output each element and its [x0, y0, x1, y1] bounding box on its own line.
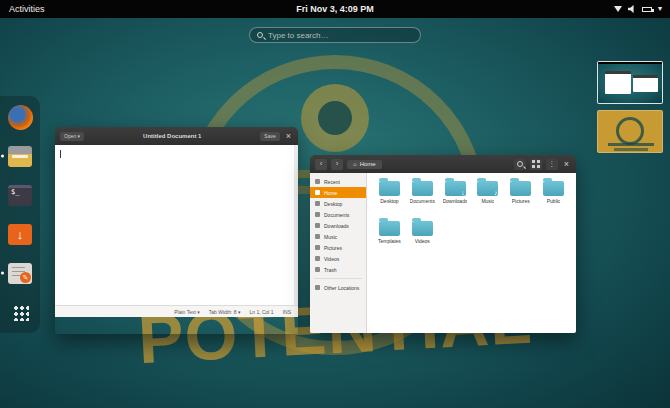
sidebar-item-label: Desktop — [324, 201, 342, 207]
dock-item-terminal[interactable]: $_ — [6, 182, 34, 208]
sidebar-item-label: Recent — [324, 179, 340, 185]
mini-wallpaper-emblem — [616, 117, 644, 145]
mini-wallpaper-bar — [608, 143, 654, 146]
search-icon — [257, 32, 263, 38]
workspace-thumbnail-2[interactable] — [597, 110, 663, 153]
folder-pictures[interactable]: Pictures — [504, 181, 537, 204]
folder-public[interactable]: Public — [537, 181, 570, 204]
folder-icon — [510, 181, 531, 196]
files-folder-grid: Desktop Documents ↓ Downloads ♪ Music Pi… — [367, 173, 576, 333]
sidebar-item-label: Other Locations — [324, 285, 359, 291]
mini-window — [605, 71, 631, 94]
dock-item-software-install[interactable]: ↓ — [6, 221, 34, 247]
search-input[interactable] — [268, 31, 413, 40]
sidebar-item-trash[interactable]: Trash — [310, 264, 366, 275]
cursor-position: Ln 1, Col 1 — [249, 309, 273, 315]
gedit-text-area[interactable] — [55, 145, 298, 305]
desktop-icon — [315, 201, 320, 206]
dock-item-show-applications[interactable] — [6, 299, 34, 325]
sidebar-item-other-locations[interactable]: Other Locations — [310, 282, 366, 293]
back-button[interactable]: ‹ — [315, 159, 327, 170]
close-icon[interactable]: × — [284, 132, 293, 141]
tab-width-selector[interactable]: Tab Width: 8 ▾ — [209, 309, 241, 315]
folder-icon: ↓ — [445, 181, 466, 196]
search-field[interactable] — [249, 27, 421, 43]
sidebar-item-label: Music — [324, 234, 337, 240]
trash-icon — [315, 267, 320, 272]
folder-label: Desktop — [380, 198, 398, 204]
sidebar-item-documents[interactable]: Documents — [310, 209, 366, 220]
view-toggle-button[interactable] — [530, 159, 542, 170]
open-button[interactable]: Open ▾ — [60, 132, 84, 141]
search-icon — [517, 161, 523, 167]
folder-label: Templates — [378, 238, 401, 244]
desktop-overview: POTENTIAL Activities Fri Nov 3, 4:09 PM … — [0, 0, 670, 408]
sidebar-item-videos[interactable]: Videos — [310, 253, 366, 264]
folder-icon — [379, 221, 400, 236]
system-tray[interactable]: ▾ — [614, 5, 670, 13]
sidebar-item-pictures[interactable]: Pictures — [310, 242, 366, 253]
documents-icon — [315, 212, 320, 217]
gedit-headerbar: Open ▾ Untitled Document 1 Save × — [55, 127, 298, 145]
dock-item-text-editor[interactable]: ✎ — [6, 260, 34, 286]
language-selector[interactable]: Plain Text ▾ — [174, 309, 200, 315]
sidebar-item-label: Documents — [324, 212, 349, 218]
close-icon[interactable]: × — [562, 160, 571, 169]
terminal-icon: $_ — [8, 185, 32, 206]
sidebar-item-label: Trash — [324, 267, 337, 273]
workspace-thumbnail-1[interactable] — [597, 61, 663, 104]
breadcrumb-label: Home — [360, 161, 376, 167]
home-icon — [315, 190, 320, 195]
grid-view-icon — [532, 160, 540, 168]
folder-desktop[interactable]: Desktop — [373, 181, 406, 204]
folder-icon: ♪ — [477, 181, 498, 196]
breadcrumb[interactable]: ⌂ Home — [347, 160, 382, 169]
folder-icon — [543, 181, 564, 196]
menu-button[interactable]: ⋮ — [546, 159, 558, 170]
battery-icon — [642, 7, 652, 12]
folder-documents[interactable]: Documents — [406, 181, 439, 204]
folder-label: Pictures — [512, 198, 530, 204]
gedit-window[interactable]: Open ▾ Untitled Document 1 Save × Plain … — [55, 127, 298, 334]
folder-label: Documents — [410, 198, 435, 204]
download-icon: ↓ — [8, 224, 32, 245]
sidebar-item-music[interactable]: Music — [310, 231, 366, 242]
wallpaper-emblem-gear-core — [318, 101, 352, 135]
activities-button[interactable]: Activities — [0, 0, 54, 18]
folder-label: Music — [481, 198, 494, 204]
wallpaper-emblem-gear — [301, 84, 369, 152]
downloads-icon — [315, 223, 320, 228]
files-icon — [8, 146, 32, 167]
dock-item-files[interactable] — [6, 143, 34, 169]
sidebar-item-recent[interactable]: Recent — [310, 176, 366, 187]
dock-item-firefox[interactable] — [6, 104, 34, 130]
dash: $_ ↓ ✎ — [0, 96, 40, 333]
folder-icon — [379, 181, 400, 196]
overwrite-mode[interactable]: INS — [283, 309, 291, 315]
folder-label: Public — [547, 198, 561, 204]
forward-button[interactable]: › — [331, 159, 343, 170]
gedit-statusbar: Plain Text ▾ Tab Width: 8 ▾ Ln 1, Col 1 … — [55, 305, 298, 317]
save-button[interactable]: Save — [260, 132, 279, 141]
top-bar: Activities Fri Nov 3, 4:09 PM ▾ — [0, 0, 670, 18]
folder-downloads[interactable]: ↓ Downloads — [439, 181, 472, 204]
folder-music[interactable]: ♪ Music — [471, 181, 504, 204]
music-icon — [315, 234, 320, 239]
other-locations-icon — [315, 285, 320, 290]
folder-templates[interactable]: Templates — [373, 221, 406, 244]
folder-icon — [412, 221, 433, 236]
sidebar-item-label: Home — [324, 190, 337, 196]
recent-icon — [315, 179, 320, 184]
sidebar-item-desktop[interactable]: Desktop — [310, 198, 366, 209]
sidebar-item-home[interactable]: Home — [310, 187, 366, 198]
folder-videos[interactable]: Videos — [406, 221, 439, 244]
search-button[interactable] — [514, 159, 526, 170]
folder-emblem: ♪ — [494, 189, 498, 196]
gedit-window-title: Untitled Document 1 — [88, 133, 256, 139]
sidebar-item-downloads[interactable]: Downloads — [310, 220, 366, 231]
folder-emblem: ↓ — [461, 189, 465, 196]
folder-label: Downloads — [443, 198, 468, 204]
scrollbar[interactable] — [294, 145, 298, 305]
files-window[interactable]: ‹ › ⌂ Home ⋮ × Recent — [310, 155, 576, 333]
clock[interactable]: Fri Nov 3, 4:09 PM — [296, 4, 374, 14]
